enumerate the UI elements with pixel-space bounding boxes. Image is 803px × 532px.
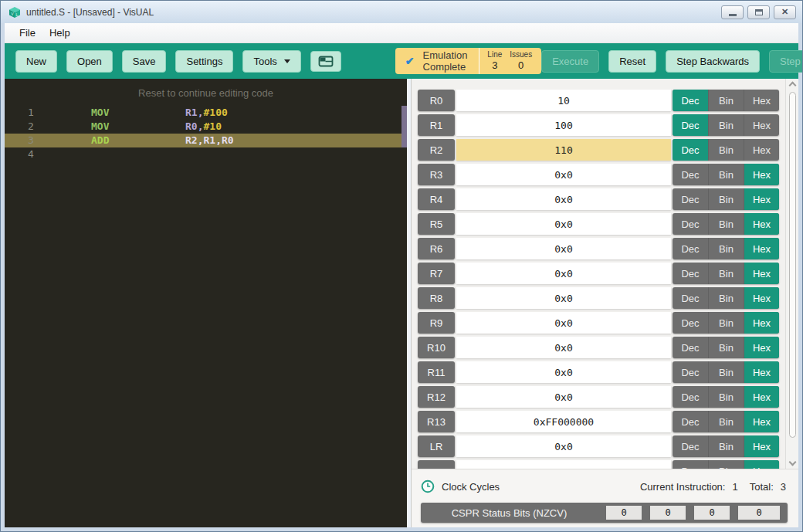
code-line[interactable]: 2MOVR0,#10 — [5, 120, 407, 134]
format-toggle: DecBinHex — [673, 460, 779, 469]
format-hex-button[interactable]: Hex — [744, 90, 779, 111]
register-name: R2 — [418, 139, 455, 161]
format-hex-button[interactable]: Hex — [744, 460, 779, 469]
minimize-icon — [729, 14, 737, 16]
format-bin-button[interactable]: Bin — [708, 287, 744, 309]
format-bin-button[interactable]: Bin — [708, 139, 744, 161]
code-editor[interactable]: Reset to continue editing code 1MOVR1,#1… — [5, 79, 407, 527]
format-bin-button[interactable]: Bin — [708, 164, 744, 185]
tools-button[interactable]: Tools — [242, 50, 300, 73]
format-hex-button[interactable]: Hex — [744, 411, 779, 432]
status-main: ✔ Emulation Complete — [395, 48, 479, 74]
format-hex-button[interactable]: Hex — [744, 164, 779, 185]
format-bin-button[interactable]: Bin — [708, 361, 744, 383]
code-line[interactable]: 4 — [5, 147, 407, 161]
step-forwards-button[interactable]: Step Forwards — [769, 50, 803, 73]
register-row: DecBinHex — [418, 460, 779, 469]
format-hex-button[interactable]: Hex — [744, 263, 779, 284]
format-bin-button[interactable]: Bin — [708, 90, 744, 111]
format-dec-button[interactable]: Dec — [673, 312, 708, 334]
format-dec-button[interactable]: Dec — [673, 337, 708, 358]
mnemonic: ADD — [91, 134, 185, 147]
format-dec-button[interactable]: Dec — [673, 238, 708, 259]
format-bin-button[interactable]: Bin — [708, 188, 744, 210]
format-bin-button[interactable]: Bin — [708, 411, 744, 432]
scroll-down-icon[interactable] — [788, 459, 796, 466]
execute-button[interactable]: Execute — [541, 50, 599, 73]
register-value: 0x0 — [456, 312, 671, 334]
step-backwards-button[interactable]: Step Backwards — [666, 50, 760, 73]
format-dec-button[interactable]: Dec — [673, 287, 708, 309]
format-dec-button[interactable]: Dec — [673, 460, 708, 469]
format-dec-button[interactable]: Dec — [673, 361, 708, 383]
format-hex-button[interactable]: Hex — [744, 337, 779, 358]
format-hex-button[interactable]: Hex — [744, 312, 779, 334]
format-dec-button[interactable]: Dec — [673, 386, 708, 408]
format-hex-button[interactable]: Hex — [744, 287, 779, 309]
format-dec-button[interactable]: Dec — [673, 435, 708, 457]
register-value — [456, 460, 671, 469]
format-bin-button[interactable]: Bin — [708, 312, 744, 334]
checkmark-icon: ✔ — [405, 55, 415, 67]
reset-button[interactable]: Reset — [608, 50, 656, 73]
format-bin-button[interactable]: Bin — [708, 263, 744, 284]
format-dec-button[interactable]: Dec — [673, 139, 708, 161]
code-line[interactable]: 1MOVR1,#100 — [5, 106, 407, 120]
scroll-up-icon[interactable] — [788, 82, 796, 90]
maximize-button[interactable] — [747, 5, 770, 19]
format-hex-button[interactable]: Hex — [744, 238, 779, 259]
format-bin-button[interactable]: Bin — [708, 337, 744, 358]
register-row: R120x0DecBinHex — [418, 386, 779, 408]
registers-scrollbar[interactable] — [785, 79, 798, 469]
cspr-bit-cell: 0 — [606, 506, 642, 520]
current-instruction-value: 1 — [732, 481, 737, 493]
format-bin-button[interactable]: Bin — [708, 213, 744, 235]
close-button[interactable]: ✕ — [774, 5, 796, 19]
operand: R0, — [185, 120, 203, 132]
save-button[interactable]: Save — [122, 50, 167, 73]
format-dec-button[interactable]: Dec — [673, 263, 708, 284]
operand: #100 — [203, 107, 227, 118]
format-toggle: DecBinHex — [673, 361, 779, 383]
format-hex-button[interactable]: Hex — [744, 213, 779, 235]
register-value: 0x0 — [456, 361, 671, 383]
title-bar[interactable]: V L untitled.S - [Unsaved] - VisUAL ✕ — [1, 1, 802, 23]
open-button[interactable]: Open — [66, 50, 113, 73]
format-bin-button[interactable]: Bin — [708, 114, 744, 136]
cspr-bit-cell: 0 — [738, 506, 780, 520]
format-dec-button[interactable]: Dec — [673, 411, 708, 432]
format-bin-button[interactable]: Bin — [708, 238, 744, 259]
format-hex-button[interactable]: Hex — [744, 386, 779, 408]
format-hex-button[interactable]: Hex — [744, 188, 779, 210]
format-dec-button[interactable]: Dec — [673, 164, 708, 185]
register-list: R010DecBinHexR1100DecBinHexR2110DecBinHe… — [418, 90, 779, 469]
minimize-button[interactable] — [721, 5, 744, 19]
cspr-cells: 0000 — [598, 506, 780, 520]
cspr-bar: CSPR Status Bits (NZCV) 0000 — [421, 503, 788, 523]
format-bin-button[interactable]: Bin — [708, 460, 744, 469]
new-button[interactable]: New — [15, 50, 57, 73]
scroll-thumb[interactable] — [789, 92, 796, 438]
format-dec-button[interactable]: Dec — [673, 90, 708, 111]
operand: #10 — [203, 120, 221, 132]
menu-item-file[interactable]: File — [12, 24, 42, 42]
format-hex-button[interactable]: Hex — [744, 435, 779, 457]
format-bin-button[interactable]: Bin — [708, 386, 744, 408]
register-value: 0x0 — [456, 287, 671, 309]
format-dec-button[interactable]: Dec — [673, 188, 708, 210]
register-row: R80x0DecBinHex — [418, 287, 779, 309]
menu-item-help[interactable]: Help — [42, 24, 77, 42]
operand: R1, — [185, 107, 203, 118]
format-bin-button[interactable]: Bin — [708, 435, 744, 457]
code-line[interactable]: 3ADDR2,R1,R0 — [5, 134, 407, 147]
format-dec-button[interactable]: Dec — [673, 114, 708, 136]
line-count-value: 3 — [492, 59, 497, 71]
format-hex-button[interactable]: Hex — [744, 139, 779, 161]
format-dec-button[interactable]: Dec — [673, 213, 708, 235]
format-hex-button[interactable]: Hex — [744, 361, 779, 383]
split-view-button[interactable] — [310, 51, 341, 72]
cspr-label: CSPR Status Bits (NZCV) — [421, 507, 598, 519]
format-hex-button[interactable]: Hex — [744, 114, 779, 136]
register-value: 0x0 — [456, 386, 671, 408]
settings-button[interactable]: Settings — [175, 50, 233, 73]
